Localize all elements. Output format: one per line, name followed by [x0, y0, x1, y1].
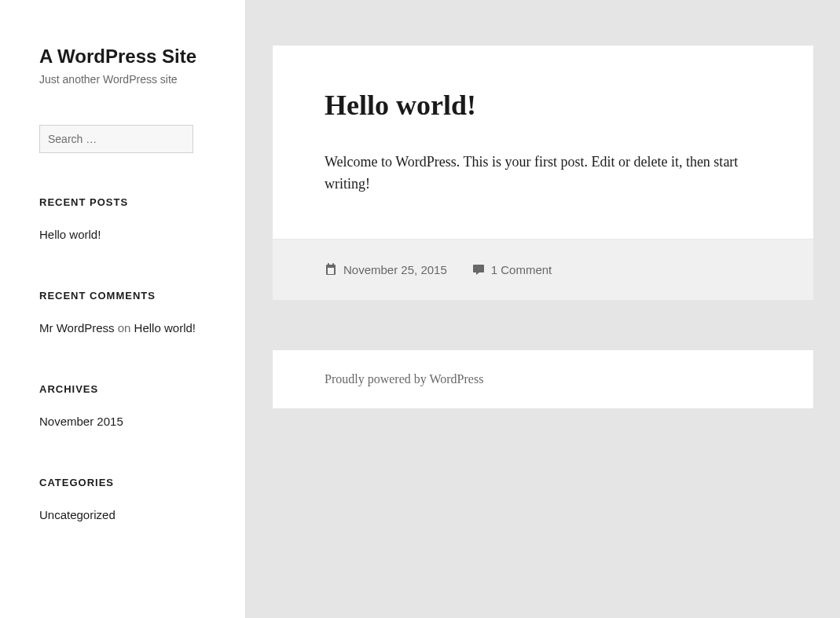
recent-post-link[interactable]: Hello world! [39, 228, 101, 241]
site-title[interactable]: A WordPress Site [39, 46, 206, 68]
post-body: Welcome to WordPress. This is your first… [325, 152, 761, 196]
widget-categories: CATEGORIES Uncategorized [39, 477, 206, 525]
widget-title-recent-posts: RECENT POSTS [39, 196, 206, 208]
comment-icon [472, 263, 485, 276]
sidebar: A WordPress Site Just another WordPress … [0, 0, 246, 618]
widget-archives: ARCHIVES November 2015 [39, 383, 206, 431]
widget-title-categories: CATEGORIES [39, 477, 206, 488]
footer-link[interactable]: Proudly powered by WordPress [325, 372, 483, 386]
post-comments-link[interactable]: 1 Comment [491, 263, 552, 276]
meta-date: November 25, 2015 [325, 263, 447, 276]
comment-post-link[interactable]: Hello world! [134, 321, 196, 335]
recent-comment-item: Mr WordPress on Hello world! [39, 319, 206, 338]
main-content: Hello world! Welcome to WordPress. This … [246, 0, 840, 618]
post-content: Hello world! Welcome to WordPress. This … [273, 46, 813, 239]
calendar-icon [325, 263, 337, 276]
site-footer: Proudly powered by WordPress [273, 350, 813, 408]
archive-link[interactable]: November 2015 [39, 415, 123, 428]
on-text: on [115, 321, 134, 335]
site-tagline: Just another WordPress site [39, 73, 206, 86]
post-date-link[interactable]: November 25, 2015 [343, 263, 447, 276]
widget-title-recent-comments: RECENT COMMENTS [39, 290, 206, 302]
post-meta: November 25, 2015 1 Comment [273, 239, 813, 300]
search-input[interactable] [39, 125, 193, 153]
widget-recent-posts: RECENT POSTS Hello world! [39, 196, 206, 244]
widget-title-archives: ARCHIVES [39, 383, 206, 395]
post-title[interactable]: Hello world! [325, 89, 761, 122]
comment-author-link[interactable]: Mr WordPress [39, 321, 115, 335]
meta-comments: 1 Comment [472, 263, 552, 276]
category-link[interactable]: Uncategorized [39, 508, 116, 521]
post: Hello world! Welcome to WordPress. This … [273, 46, 813, 300]
widget-recent-comments: RECENT COMMENTS Mr WordPress on Hello wo… [39, 290, 206, 338]
